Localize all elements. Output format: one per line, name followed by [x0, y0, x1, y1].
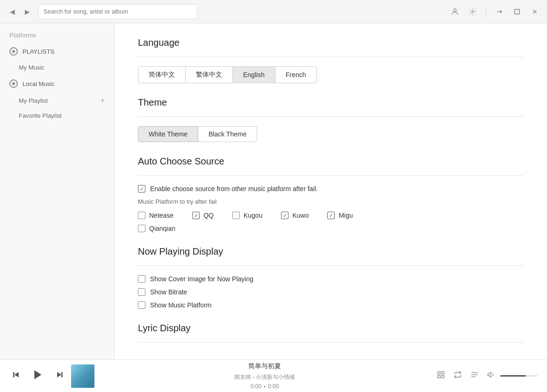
time-elapsed: 0:00: [251, 383, 261, 390]
content-area: Language 简体中文 繁体中文 English French Theme …: [115, 23, 547, 359]
svg-marker-6: [57, 372, 61, 378]
search-bar: [38, 4, 197, 19]
maximize-button[interactable]: [511, 5, 524, 18]
theme-black[interactable]: Black Theme: [198, 126, 257, 142]
svg-rect-9: [442, 371, 444, 374]
volume-bar[interactable]: [500, 375, 538, 377]
show-cover-row[interactable]: Show Cover Image for Now Playing: [138, 275, 524, 283]
sidebar-item-my-music[interactable]: My Music: [0, 60, 114, 75]
volume-fill: [500, 375, 526, 377]
show-cover-label: Show Cover Image for Now Playing: [150, 275, 253, 283]
platform-row-2: Qianqian: [138, 225, 524, 232]
now-playing-title: Now Playing Display: [138, 246, 524, 257]
main-layout: Platforms PLAYLISTS My Music Local Music…: [0, 23, 547, 359]
auto-source-section: Auto Choose Source Enable choose source …: [138, 156, 524, 232]
play-button[interactable]: [30, 367, 46, 385]
platform-try-label: Music Platform to try after fail: [138, 198, 524, 205]
playlists-label: PLAYLISTS: [22, 48, 54, 55]
playlists-icon: [9, 47, 18, 56]
platform-kugou[interactable]: Kugou: [232, 212, 262, 219]
lang-french[interactable]: French: [275, 66, 317, 83]
song-title: 简单与初夏: [248, 362, 281, 371]
minimize-button[interactable]: [493, 5, 506, 18]
qianqian-checkbox[interactable]: [138, 225, 145, 232]
svg-rect-7: [61, 372, 63, 378]
svg-rect-10: [442, 376, 444, 378]
netease-checkbox[interactable]: [138, 212, 145, 219]
lyric-title: Lyric Display: [138, 323, 524, 334]
theme-white[interactable]: White Theme: [138, 126, 198, 142]
svg-rect-8: [438, 371, 440, 374]
player-right: [435, 369, 538, 383]
platform-netease[interactable]: Netease: [138, 212, 173, 219]
progress-bar[interactable]: [264, 386, 265, 387]
sidebar-item-my-playlist[interactable]: My Playlist +: [0, 93, 114, 108]
repeat-button[interactable]: [452, 369, 464, 383]
show-platform-checkbox[interactable]: [138, 301, 145, 309]
player-controls: [9, 367, 66, 385]
kuwo-checkbox[interactable]: [281, 212, 288, 219]
sidebar-item-local-music[interactable]: Local Music: [0, 75, 114, 93]
back-button[interactable]: ◀: [6, 5, 19, 18]
platform-migu[interactable]: Migu: [327, 212, 353, 219]
lyric-section: Lyric Display: [138, 323, 524, 342]
svg-marker-3: [14, 372, 19, 378]
titlebar-right: ✕: [448, 5, 541, 18]
volume-icon-button[interactable]: [485, 369, 497, 383]
lang-english[interactable]: English: [233, 66, 275, 83]
auto-source-title: Auto Choose Source: [138, 156, 524, 167]
svg-marker-5: [34, 370, 41, 379]
sidebar-item-favorite-playlist[interactable]: Favorite Playlist: [0, 108, 114, 123]
user-icon-button[interactable]: [448, 5, 461, 18]
album-art: [71, 364, 94, 388]
show-bitrate-checkbox[interactable]: [138, 288, 145, 296]
platform-qq[interactable]: QQ: [192, 212, 214, 219]
theme-title: Theme: [138, 97, 524, 108]
add-to-playlist-button[interactable]: [435, 369, 447, 383]
forward-button[interactable]: ▶: [21, 5, 34, 18]
favorite-playlist-label: Favorite Playlist: [19, 112, 62, 119]
settings-icon-button[interactable]: [466, 5, 479, 18]
add-playlist-button[interactable]: +: [101, 96, 105, 105]
nav-buttons: ◀ ▶: [6, 5, 34, 18]
qianqian-label: Qianqian: [149, 225, 175, 232]
lang-zh-trad[interactable]: 繁体中文: [186, 66, 233, 83]
netease-label: Netease: [149, 212, 173, 219]
local-music-icon: [9, 79, 18, 88]
show-cover-checkbox[interactable]: [138, 275, 145, 283]
album-art-image: [71, 364, 94, 388]
platform-row-1: Netease QQ Kugou Kuwo Migu: [138, 212, 524, 219]
show-platform-label: Show Music Platform: [150, 301, 211, 309]
svg-point-1: [472, 10, 474, 13]
enable-source-checkbox[interactable]: [138, 185, 145, 192]
close-button[interactable]: ✕: [528, 5, 541, 18]
kuwo-label: Kuwo: [292, 212, 309, 219]
time-total: 0:00: [268, 383, 279, 390]
platform-kuwo[interactable]: Kuwo: [281, 212, 309, 219]
search-input[interactable]: [43, 8, 192, 15]
kugou-checkbox[interactable]: [232, 212, 240, 219]
local-music-label: Local Music: [22, 80, 55, 87]
migu-checkbox[interactable]: [327, 212, 335, 219]
show-bitrate-row[interactable]: Show Bitrate: [138, 288, 524, 296]
qq-checkbox[interactable]: [192, 212, 200, 219]
song-artist: 闻东炜 - 小清新与小情绪: [234, 373, 295, 381]
language-section: Language 简体中文 繁体中文 English French: [138, 37, 524, 83]
language-title: Language: [138, 37, 524, 48]
svg-marker-15: [488, 372, 491, 378]
now-playing-section: Now Playing Display Show Cover Image for…: [138, 246, 524, 309]
lang-zh-simple[interactable]: 简体中文: [138, 66, 186, 83]
platform-qianqian[interactable]: Qianqian: [138, 225, 175, 232]
playlist-button[interactable]: [468, 369, 481, 383]
theme-btn-group: White Theme Black Theme: [138, 126, 524, 142]
platforms-label: Platforms: [0, 28, 114, 43]
sidebar-item-playlists[interactable]: PLAYLISTS: [0, 43, 114, 60]
svg-rect-4: [13, 372, 14, 378]
show-bitrate-label: Show Bitrate: [150, 288, 187, 296]
show-platform-row[interactable]: Show Music Platform: [138, 301, 524, 309]
volume-area: [485, 369, 538, 383]
language-btn-group: 简体中文 繁体中文 English French: [138, 66, 524, 83]
enable-source-row[interactable]: Enable choose source from other music pl…: [138, 185, 524, 192]
prev-button[interactable]: [9, 368, 22, 384]
next-button[interactable]: [53, 368, 66, 384]
